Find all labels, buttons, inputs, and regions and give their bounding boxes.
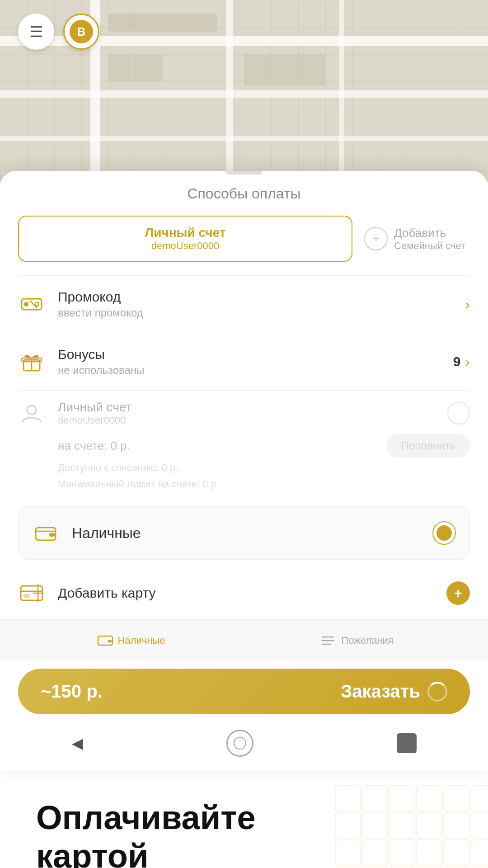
home-circle-icon <box>234 737 246 750</box>
personal-account-label: Личный счет <box>30 226 341 240</box>
svg-rect-17 <box>108 640 112 642</box>
bonus-icon <box>18 348 45 375</box>
add-card-row[interactable]: Добавить карту + <box>0 567 488 619</box>
bonus-title: Бонусы <box>58 347 441 362</box>
personal-info: Личный счет demoUser0000 <box>58 400 435 426</box>
personal-account-sub: demoUser0000 <box>30 240 341 252</box>
cash-tab[interactable]: Наличные <box>18 629 244 652</box>
account-tabs: Личный счет demoUser0000 + Добавить Семе… <box>0 216 488 262</box>
menu-button[interactable]: ☰ <box>18 14 54 50</box>
map-block3 <box>244 54 325 86</box>
svg-point-7 <box>27 406 36 415</box>
map-block2 <box>108 54 163 81</box>
bonus-count: 9 <box>453 354 461 369</box>
back-button[interactable]: ◀ <box>72 735 83 752</box>
add-account-tab[interactable]: + Добавить Семейный счет <box>360 226 470 252</box>
refill-button[interactable]: Пополнить <box>386 434 470 458</box>
map-street-v2 <box>226 0 233 181</box>
deco-tiles <box>334 785 488 868</box>
personal-account-username: demoUser0000 <box>58 415 435 426</box>
personal-account-radio[interactable] <box>447 402 470 425</box>
bonus-sub: не использованы <box>58 364 441 377</box>
add-account-text: Добавить Семейный счет <box>394 226 465 252</box>
map-street-h2 <box>0 90 488 98</box>
cash-tab-label: Наличные <box>118 635 165 646</box>
promo-icon <box>18 291 45 318</box>
b-button[interactable]: B <box>63 14 99 50</box>
balance-row: на счете: 0 р. Пополнить <box>58 434 470 458</box>
add-account-label: Добавить <box>394 226 465 240</box>
order-button[interactable]: ~150 р. Заказать <box>18 669 470 714</box>
balance-text: на счете: 0 р. <box>58 439 130 453</box>
bonus-chevron-icon: › <box>465 354 470 370</box>
map-top-buttons: ☰ B <box>18 14 99 50</box>
promo-title: Промокод <box>58 289 452 305</box>
nav-bar: ◀ <box>0 719 488 771</box>
add-circle-icon: + <box>364 227 388 250</box>
add-card-label: Добавить карту <box>58 585 434 601</box>
wishes-tab[interactable]: Пожелания <box>244 629 470 652</box>
phone-wrapper: ☰ B Способы оплаты Личный счет demoUser0… <box>0 0 488 868</box>
b-label: B <box>77 25 86 39</box>
cash-tab-inner: Наличные <box>97 632 165 649</box>
card-icon <box>18 580 45 607</box>
cash-label: Наличные <box>72 525 420 542</box>
map-street-h3 <box>0 136 488 141</box>
svg-rect-12 <box>23 594 30 598</box>
map-area: ☰ B <box>0 0 488 181</box>
promo-code-row[interactable]: Промокод ввести промокод › <box>0 276 488 333</box>
cash-section[interactable]: Наличные <box>18 506 470 560</box>
modal-sheet: Способы оплаты Личный счет demoUser0000 … <box>0 171 488 771</box>
bonus-row[interactable]: Бонусы не использованы 9 › <box>0 333 488 390</box>
personal-row: Личный счет demoUser0000 <box>18 400 470 427</box>
svg-rect-25 <box>334 785 488 868</box>
personal-account-section: Личный счет demoUser0000 на счете: 0 р. … <box>0 391 488 499</box>
promo-chevron-icon: › <box>465 296 470 313</box>
svg-rect-9 <box>49 533 55 537</box>
cash-wallet-icon <box>32 519 59 547</box>
sheet-handle <box>226 171 262 175</box>
hamburger-icon: ☰ <box>29 23 43 41</box>
promo-content: Промокод ввести промокод <box>58 289 452 319</box>
wishes-tab-inner: Пожелания <box>320 632 393 649</box>
svg-point-1 <box>24 302 28 307</box>
promo-section: Оплачивайте картой <box>0 771 488 868</box>
order-label: Заказать <box>341 681 420 702</box>
limit-text-2: Минимальный лимит на счете: 0 р. <box>58 478 470 490</box>
svg-line-2 <box>30 301 37 308</box>
svg-point-3 <box>35 302 39 306</box>
personal-account-tab[interactable]: Личный счет demoUser0000 <box>18 216 352 262</box>
order-spinner-icon <box>427 682 447 702</box>
recent-apps-button[interactable] <box>397 733 417 753</box>
bottom-tabs: Наличные Пожелания <box>18 629 470 652</box>
wishes-tab-label: Пожелания <box>341 635 393 646</box>
promo-right: › <box>465 296 470 313</box>
user-icon <box>18 400 45 427</box>
order-label-wrap: Заказать <box>341 681 447 702</box>
order-price: ~150 р. <box>41 681 103 702</box>
limit-text-1: Доступно к списанию: 0 р. <box>58 462 470 474</box>
modal-title: Способы оплаты <box>0 185 488 202</box>
add-card-plus-icon: + <box>446 581 470 605</box>
cash-radio-selected <box>432 521 456 545</box>
personal-account-name: Личный счет <box>58 400 435 415</box>
map-street-v3 <box>339 0 344 181</box>
b-inner: B <box>70 20 93 43</box>
cash-radio-dot <box>436 525 452 541</box>
bonus-right: 9 › <box>453 354 470 370</box>
bottom-bar: Наличные Пожелания <box>0 619 488 660</box>
add-account-sub: Семейный счет <box>394 240 465 252</box>
promo-sub: ввести промокод <box>58 307 452 319</box>
map-block1 <box>108 14 217 32</box>
cash-tab-icon <box>97 632 113 649</box>
wishes-tab-icon <box>320 632 337 649</box>
bonus-content: Бонусы не использованы <box>58 347 441 377</box>
home-button[interactable] <box>226 730 253 757</box>
